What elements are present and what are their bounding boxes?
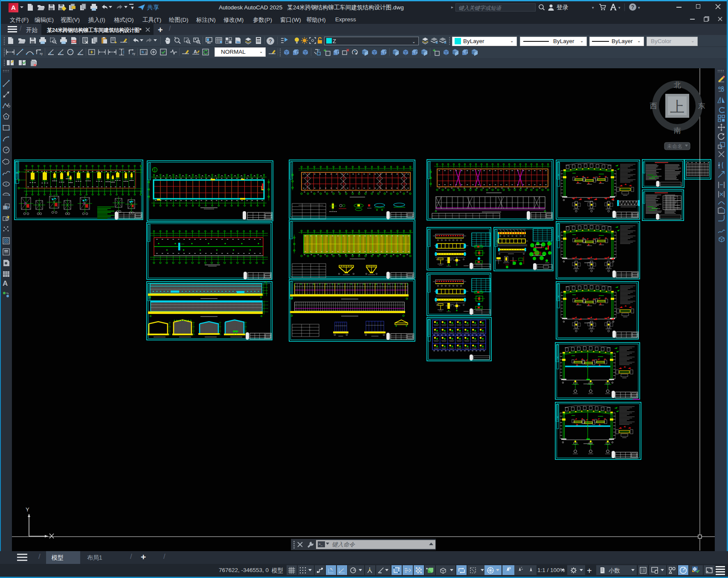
svg-text:西: 西 bbox=[650, 102, 657, 110]
svg-text:未命名: 未命名 bbox=[667, 143, 682, 149]
svg-text:上: 上 bbox=[670, 99, 684, 115]
svg-text:南: 南 bbox=[674, 127, 681, 135]
svg-text:xy: xy bbox=[132, 52, 135, 55]
svg-text:?: ? bbox=[269, 38, 272, 44]
svg-text:A: A bbox=[194, 49, 197, 54]
svg-text:.1: .1 bbox=[144, 51, 147, 54]
svg-text:DWF: DWF bbox=[71, 40, 76, 43]
svg-text:Y: Y bbox=[26, 506, 29, 513]
svg-text:?: ? bbox=[631, 4, 634, 10]
svg-text:xy: xy bbox=[40, 52, 43, 55]
svg-text:东: 东 bbox=[698, 102, 705, 110]
svg-text:北: 北 bbox=[674, 81, 681, 89]
